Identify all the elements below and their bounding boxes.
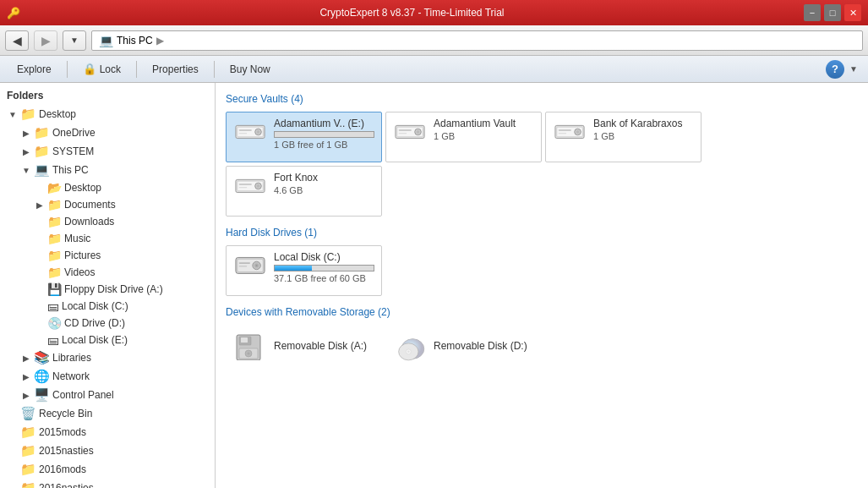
sidebar-item-2015nasties[interactable]: ▶ 📁 2015nasties [0,441,215,460]
svg-point-36 [248,353,250,355]
folder-icon-documents: 📁 [47,198,62,211]
sidebar-item-desktop[interactable]: ▼ 📁 Desktop [0,105,215,123]
folder-icon-videos: 📁 [47,266,62,279]
svg-rect-33 [241,337,248,343]
back-button[interactable]: ◀ [5,30,29,51]
svg-rect-29 [239,262,250,264]
sidebar-item-downloads[interactable]: ▶ 📁 Downloads [0,213,215,230]
svg-point-15 [576,130,580,134]
toggle-controlpanel[interactable]: ▶ [20,389,32,401]
sidebar-label-music: Music [64,233,90,244]
recycle-icon: 🗑️ [20,406,36,421]
forward-button[interactable]: ▶ [34,30,57,51]
sidebar-item-floppy[interactable]: ▶ 💾 Floppy Disk Drive (A:) [0,281,215,298]
toolbar-separator-1 [67,61,68,78]
sidebar-label-videos: Videos [64,266,95,278]
sidebar-item-system[interactable]: ▶ 📁 SYSTEM [0,142,215,161]
title-bar-title: CryptoExpert 8 v8.37 - Time-Limited Tria… [20,7,804,19]
cp-icon: 🖥️ [34,387,50,403]
hd-svg-c [234,251,266,278]
address-path[interactable]: 💻 This PC ▶ [91,30,863,51]
help-dropdown-button[interactable]: ▼ [846,60,861,79]
removable-name-a: Removable Disk (A:) [274,340,374,352]
title-bar-icon: 🔑 [7,7,20,19]
hd-bar-container-c [274,265,374,271]
sidebar-item-2016nasties[interactable]: ▶ 📁 2016nasties [0,479,215,488]
sidebar-item-controlpanel[interactable]: ▶ 🖥️ Control Panel [0,386,215,404]
folder-icon-onedrive: 📁 [34,125,50,140]
buy-now-button[interactable]: Buy Now [220,58,281,80]
vault-icon-area-1 [233,118,267,145]
vault-item-adamantium-e[interactable]: Adamantium V.. (E:) 1 GB free of 1 GB [226,112,382,162]
svg-rect-22 [239,184,252,185]
lock-label: Lock [100,63,121,75]
sidebar-item-music[interactable]: ▶ 📁 Music [0,230,215,247]
sidebar-item-pictures[interactable]: ▶ 📁 Pictures [0,247,215,264]
explore-label: Explore [17,63,52,75]
sidebar-item-desktop2[interactable]: ▶ 📂 Desktop [0,179,215,196]
vault-svg-3 [554,118,586,145]
toggle-thispc[interactable]: ▼ [20,164,32,176]
toggle-libraries[interactable]: ▶ [20,352,32,364]
hard-disk-item-c[interactable]: Local Disk (C:) 37.1 GB free of 60 GB [226,245,382,296]
sidebar-item-2015mods[interactable]: ▶ 📁 2015mods [0,423,215,441]
properties-button[interactable]: Properties [142,58,209,80]
folder-icon-desktop2: 📂 [47,181,62,195]
sidebar-label-recyclebin: Recycle Bin [39,408,92,419]
removable-name-d: Removable Disk (D:) [434,340,534,352]
sidebar-label-controlpanel: Control Panel [52,389,114,401]
svg-rect-16 [559,129,571,131]
properties-label: Properties [152,63,199,75]
vault-svg-2 [394,118,426,145]
vault-item-adamantium[interactable]: Adamantium Vault 1 GB [385,112,542,162]
sidebar-label-locale: Local Disk (E:) [62,334,128,346]
sidebar-item-locale[interactable]: ▶ 🖴 Local Disk (E:) [0,332,215,348]
close-button[interactable]: ✕ [844,4,861,21]
minimize-button[interactable]: − [804,4,821,21]
sidebar-item-thispc[interactable]: ▼ 💻 This PC [0,161,215,179]
title-bar-controls: − □ ✕ [804,4,861,21]
folder-icon-2016nasties: 📁 [20,480,36,488]
vault-size-2: 1 GB [434,131,534,141]
sidebar-item-2016mods[interactable]: ▶ 📁 2016mods [0,460,215,479]
vault-item-karabraxos[interactable]: Bank of Karabraxos 1 GB [545,112,701,162]
removable-icon-area-d [393,331,427,363]
sidebar-item-libraries[interactable]: ▶ 📚 Libraries [0,348,215,367]
removable-grid: Removable Disk (A:) [226,325,858,369]
vault-info-1: Adamantium V.. (E:) 1 GB free of 1 GB [274,118,374,150]
content-area: Secure Vaults (4) Adamantium V.. (E:) [216,83,868,488]
vault-info-3: Bank of Karabraxos 1 GB [593,118,694,141]
sidebar-item-cddrive[interactable]: ▶ 💿 CD Drive (D:) [0,315,215,332]
folder-icon-2016mods: 📁 [20,462,36,477]
sidebar-item-documents[interactable]: ▶ 📁 Documents [0,196,215,213]
folder-icon-desktop: 📁 [20,107,36,122]
toggle-desktop[interactable]: ▼ [7,108,19,120]
sidebar-item-recyclebin[interactable]: ▶ 🗑️ Recycle Bin [0,404,215,423]
sidebar-item-videos[interactable]: ▶ 📁 Videos [0,264,215,281]
svg-rect-17 [559,133,567,134]
svg-point-9 [417,130,420,134]
help-button[interactable]: ? [826,60,844,79]
sidebar-item-localc[interactable]: ▶ 🖴 Local Disk (C:) [0,298,215,315]
folder-icon-system: 📁 [34,144,50,159]
folder-icon-downloads: 📁 [47,215,62,228]
sidebar-label-network: Network [52,370,90,382]
vault-item-fortknox[interactable]: Fort Knox 4.6 GB [226,166,382,217]
sidebar-label-onedrive: OneDrive [52,127,96,139]
sidebar-item-network[interactable]: ▶ 🌐 Network [0,367,215,386]
toggle-documents[interactable]: ▶ [34,199,46,211]
sidebar-label-thispc: This PC [52,164,89,176]
removable-item-a[interactable]: Removable Disk (A:) [226,325,382,369]
explore-button[interactable]: Explore [7,58,62,80]
toggle-onedrive[interactable]: ▶ [20,127,32,139]
removable-item-d[interactable]: Removable Disk (D:) [385,325,542,369]
sidebar-item-onedrive[interactable]: ▶ 📁 OneDrive [0,123,215,142]
hd-free-c: 37.1 GB free of 60 GB [274,273,374,283]
maximize-button[interactable]: □ [824,4,841,21]
toggle-system[interactable]: ▶ [20,145,32,157]
drive-icon-localc: 🖴 [47,299,59,313]
toggle-network[interactable]: ▶ [20,370,32,382]
dropdown-btn[interactable]: ▼ [63,30,86,51]
pc-icon-thispc: 💻 [34,162,50,178]
lock-button[interactable]: 🔒 Lock [73,58,131,80]
